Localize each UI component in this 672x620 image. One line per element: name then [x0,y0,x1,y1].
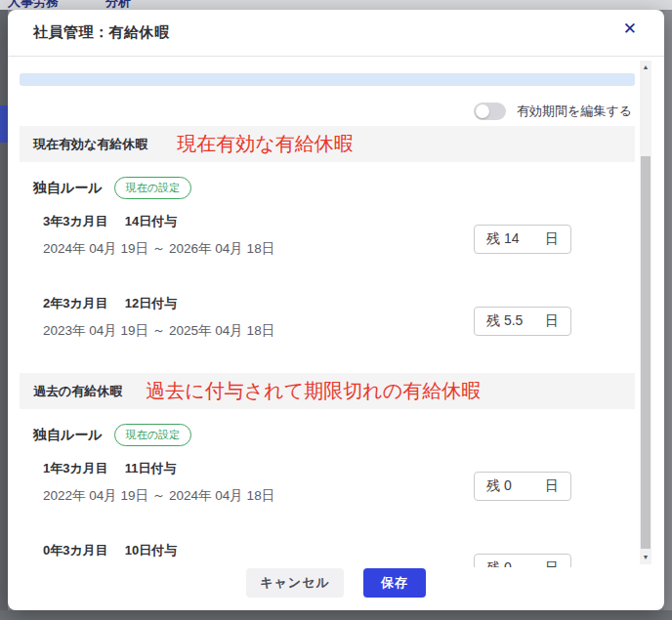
leave-grant: 12日付与 [125,295,177,312]
background-right-strip [664,10,672,610]
leave-item: 0年3カ月目 10日付与 2021年 04月 19日 ～ 2023年 04月 1… [43,542,640,567]
remaining-days-input[interactable]: 残 0 日 [474,554,571,567]
close-icon[interactable]: ✕ [623,21,637,37]
modal-header: 社員管理：有給休暇 ✕ [8,10,664,57]
cancel-button[interactable]: キャンセル [246,568,344,598]
leave-period: 2024年 04月 19日 ～ 2026年 04月 18日 [43,240,454,258]
remaining-unit: 日 [545,230,559,248]
background-sidebar-strip [0,10,8,610]
section-header-current: 現在有効な有給休暇 現在有効な有給休暇 [20,126,635,162]
current-setting-badge: 現在の設定 [114,177,191,199]
leave-milestone: 1年3カ月目 [43,460,108,477]
leave-period: 2023年 04月 19日 ～ 2025年 04月 18日 [43,322,454,340]
section-label-past: 過去の有給休暇 [33,383,122,400]
background-bottom-strip [0,610,672,620]
background-topbar: 人事労務 分析 [0,0,672,10]
edit-period-toggle-label: 有効期間を編集する [517,103,632,120]
leave-item-title: 1年3カ月目 11日付与 [43,460,454,477]
background-tab-jinji[interactable]: 人事労務 [8,0,59,10]
leave-item: 2年3カ月目 12日付与 2023年 04月 19日 ～ 2025年 04月 1… [43,295,640,351]
leave-grant: 11日付与 [125,460,177,477]
background-nav: 人事労務 分析 [8,0,131,10]
modal-footer: キャンセル 保存 [8,567,664,610]
background-tab-bunseki[interactable]: 分析 [105,0,131,10]
leave-item-title: 3年3カ月目 14日付与 [43,213,454,230]
modal-scroll-area: 有効期間を編集する 現在有効な有給休暇 現在有効な有給休暇 独自ルール 現在の設… [8,58,664,567]
remaining-value: 残 0 [486,477,512,495]
remaining-value: 残 0 [486,559,512,567]
leave-item: 1年3カ月目 11日付与 2022年 04月 19日 ～ 2024年 04月 1… [43,460,640,517]
leave-milestone: 2年3カ月目 [43,295,108,312]
edit-period-toggle-row: 有効期間を編集する [8,103,632,120]
rule-row-current: 独自ルール 現在の設定 [33,177,640,199]
remaining-days-input[interactable]: 残 14 日 [474,225,571,254]
leave-item: 3年3カ月目 14日付与 2024年 04月 19日 ～ 2026年 04月 1… [43,213,640,269]
scroll-down-icon[interactable]: ▼ [640,553,651,562]
scrollbar-thumb[interactable] [641,156,651,549]
vertical-scrollbar[interactable]: ▲ ▼ [640,61,651,564]
leave-grant: 10日付与 [125,542,177,559]
rule-label: 独自ルール [33,180,103,197]
highlighted-row-partial [20,73,635,86]
remaining-unit: 日 [545,559,559,567]
current-setting-badge: 現在の設定 [114,424,191,446]
rule-label: 独自ルール [33,427,103,444]
section-label-current: 現在有効な有給休暇 [33,136,147,153]
remaining-days-input[interactable]: 残 0 日 [474,472,571,501]
annotation-past: 過去に付与されて期限切れの有給休暇 [146,378,481,404]
modal-title: 社員管理：有給休暇 [33,23,170,42]
rule-row-past: 独自ルール 現在の設定 [33,424,640,446]
scroll-up-icon[interactable]: ▲ [640,62,651,72]
edit-period-toggle[interactable] [474,103,506,120]
save-button[interactable]: 保存 [363,568,426,598]
remaining-value: 残 14 [486,230,519,248]
leave-milestone: 3年3カ月目 [43,213,108,230]
remaining-unit: 日 [545,477,559,495]
remaining-value: 残 5.5 [486,312,523,330]
remaining-unit: 日 [545,312,559,330]
leave-period: 2022年 04月 19日 ～ 2024年 04月 18日 [43,487,454,505]
leave-milestone: 0年3カ月目 [43,542,108,559]
annotation-current: 現在有効な有給休暇 [177,131,353,157]
leave-item-title: 2年3カ月目 12日付与 [43,295,454,312]
section-header-past: 過去の有給休暇 過去に付与されて期限切れの有給休暇 [20,373,635,409]
leave-grant: 14日付与 [125,213,177,230]
toggle-knob-icon [476,104,489,118]
background-sidebar-selected-fragment [0,105,8,143]
remaining-days-input[interactable]: 残 5.5 日 [474,307,571,336]
paid-leave-modal: 社員管理：有給休暇 ✕ 有効期間を編集する 現在有効な有給休暇 現在有効な有給休… [8,10,664,610]
leave-item-title: 0年3カ月目 10日付与 [43,542,454,559]
